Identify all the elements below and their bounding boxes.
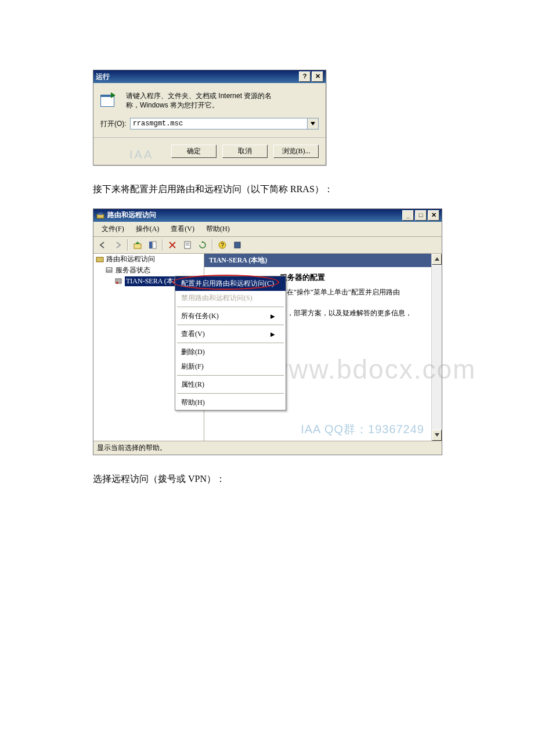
scroll-up-icon[interactable] bbox=[432, 254, 442, 265]
ctx-properties[interactable]: 属性(R) bbox=[175, 377, 286, 392]
open-dropdown-button[interactable] bbox=[307, 118, 318, 129]
run-desc-line: 请键入程序、文件夹、文档或 Internet 资源的名 bbox=[126, 91, 272, 100]
rras-titlebar: 路由和远程访问 _ □ ✕ bbox=[93, 209, 442, 222]
watermark-footer: IAA QQ群：19367249 bbox=[301, 420, 424, 438]
refresh-icon[interactable] bbox=[196, 238, 210, 252]
minimize-button[interactable]: _ bbox=[402, 210, 414, 221]
tree-root[interactable]: 路由和远程访问 bbox=[93, 254, 204, 265]
svg-rect-4 bbox=[153, 242, 156, 249]
rras-title-text: 路由和远程访问 bbox=[107, 210, 401, 220]
ctx-disable: 禁用路由和远程访问(S) bbox=[175, 291, 286, 305]
scroll-down-icon[interactable] bbox=[432, 430, 442, 441]
tree-server-status[interactable]: 服务器状态 bbox=[93, 265, 204, 276]
svg-text:?: ? bbox=[221, 242, 224, 249]
menu-help[interactable]: 帮助(H) bbox=[200, 223, 236, 235]
browse-button[interactable]: 浏览(B)... bbox=[273, 145, 319, 158]
maximize-button[interactable]: □ bbox=[415, 210, 427, 221]
menu-action[interactable]: 操作(A) bbox=[130, 223, 165, 235]
svg-rect-11 bbox=[96, 257, 103, 262]
svg-rect-10 bbox=[234, 242, 240, 248]
menu-file[interactable]: 文件(F) bbox=[96, 223, 130, 235]
ctx-all-tasks[interactable]: 所有任务(K)▶ bbox=[175, 309, 286, 323]
status-bar: 显示当前选择的帮助。 bbox=[93, 441, 442, 455]
up-button[interactable] bbox=[131, 238, 145, 252]
svg-rect-13 bbox=[107, 268, 111, 269]
ok-button[interactable]: 确定 bbox=[171, 145, 217, 158]
cancel-button[interactable]: 取消 bbox=[222, 145, 268, 158]
run-dialog: 运行 ? ✕ 请键入程序、文件夹、文档或 Internet 资源的名 称，Win… bbox=[93, 70, 326, 165]
toolbar: ? bbox=[93, 237, 442, 254]
forward-button[interactable] bbox=[111, 238, 125, 252]
run-titlebar: 运行 ? ✕ bbox=[93, 70, 326, 83]
run-desc-line: 称，Windows 将为您打开它。 bbox=[126, 100, 272, 110]
content-header: TIAN-SERA (本地) bbox=[204, 254, 431, 267]
ctx-view[interactable]: 查看(V)▶ bbox=[175, 327, 286, 341]
svg-rect-3 bbox=[149, 242, 152, 249]
rras-window: 路由和远程访问 _ □ ✕ 文件(F) 操作(A) 查看(V) 帮助(H) ? bbox=[93, 208, 442, 455]
ctx-help[interactable]: 帮助(H) bbox=[175, 395, 286, 410]
scrollbar[interactable] bbox=[431, 254, 442, 441]
app-icon bbox=[96, 211, 105, 220]
delete-icon[interactable] bbox=[165, 238, 179, 252]
svg-point-15 bbox=[116, 282, 118, 284]
open-combobox[interactable] bbox=[130, 118, 319, 129]
mmc-body: 路由和远程访问 服务器状态 TIAN-SERA (本地) TIAN-SERA (… bbox=[93, 254, 442, 441]
caption-1: 接下来将配置并启用路由和远程访问（以下简称 RRAS）： bbox=[93, 182, 441, 197]
ctx-refresh[interactable]: 刷新(F) bbox=[175, 359, 286, 374]
svg-rect-1 bbox=[98, 213, 103, 215]
close-button[interactable]: ✕ bbox=[312, 71, 323, 82]
watermark-big: www.bdocx.com bbox=[268, 348, 476, 391]
open-input[interactable] bbox=[131, 118, 307, 129]
run-description: 请键入程序、文件夹、文档或 Internet 资源的名 称，Windows 将为… bbox=[126, 91, 272, 110]
svg-rect-2 bbox=[134, 244, 141, 249]
properties-icon[interactable] bbox=[181, 238, 194, 252]
content-heading: 服务器的配置 bbox=[280, 272, 325, 284]
content-line: ，在"操作"菜单上单击"配置并启用路由 bbox=[280, 287, 400, 298]
menu-bar: 文件(F) 操作(A) 查看(V) 帮助(H) bbox=[93, 222, 442, 237]
open-label: 打开(O): bbox=[100, 119, 127, 129]
run-icon bbox=[100, 91, 120, 106]
content-line: 问，部署方案，以及疑难解答的更多信息， bbox=[280, 308, 412, 319]
caption-2: 选择远程访问（拨号或 VPN）： bbox=[93, 471, 441, 487]
help-button[interactable]: ? bbox=[299, 71, 311, 82]
back-button[interactable] bbox=[96, 238, 110, 252]
ctx-configure[interactable]: 配置并启用路由和远程访问(C) bbox=[175, 276, 286, 291]
ctx-delete[interactable]: 删除(D) bbox=[175, 345, 286, 359]
show-hide-tree-button[interactable] bbox=[146, 238, 160, 252]
help-icon[interactable]: ? bbox=[215, 238, 229, 252]
menu-view[interactable]: 查看(V) bbox=[165, 223, 200, 235]
server-icon[interactable] bbox=[230, 238, 244, 252]
svg-rect-0 bbox=[97, 214, 104, 218]
close-button[interactable]: ✕ bbox=[428, 210, 439, 221]
context-menu: 配置并启用路由和远程访问(C) 禁用路由和远程访问(S) 所有任务(K)▶ 查看… bbox=[175, 276, 286, 411]
scroll-track[interactable] bbox=[432, 265, 442, 430]
run-title-text: 运行 bbox=[96, 72, 298, 82]
